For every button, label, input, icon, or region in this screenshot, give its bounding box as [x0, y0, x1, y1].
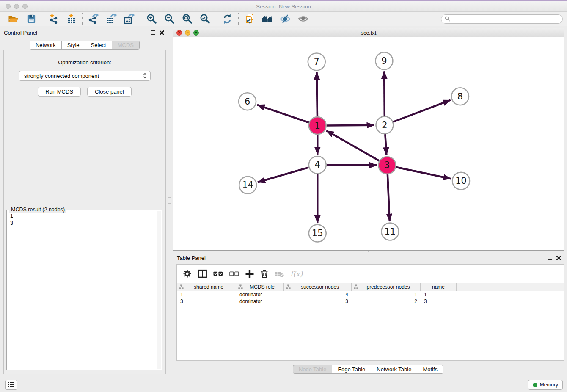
table-cell[interactable]: 2	[352, 298, 421, 304]
zoom-in-button[interactable]	[143, 13, 160, 25]
result-scrollbar[interactable]	[157, 211, 161, 369]
graph-node-15[interactable]: 15	[309, 225, 326, 242]
show-graphics-details-button[interactable]	[294, 13, 312, 25]
table-cell[interactable]: 3	[284, 298, 352, 304]
tab-network-table[interactable]: Network Table	[371, 365, 417, 374]
search-input[interactable]	[452, 16, 559, 22]
graph-node-7[interactable]: 7	[308, 53, 325, 70]
zoom-selected-button[interactable]	[196, 13, 214, 25]
graph-node-11[interactable]: 11	[381, 223, 399, 240]
vertical-splitter-grip[interactable]	[168, 197, 171, 204]
zoom-selected-icon	[200, 14, 210, 24]
column-header-name[interactable]: name	[421, 283, 457, 291]
task-history-button[interactable]	[5, 380, 17, 390]
zoom-fit-button[interactable]	[178, 13, 196, 25]
network-window-titlebar[interactable]: ✕ − + scc.txt	[173, 28, 564, 37]
hide-graphics-details-button[interactable]	[276, 13, 294, 25]
graph-node-4[interactable]: 4	[309, 156, 326, 174]
graph-node-10[interactable]: 10	[452, 172, 470, 190]
tab-node-table[interactable]: Node Table	[293, 365, 333, 374]
clone-network-button[interactable]	[241, 13, 259, 25]
minimize-window-button[interactable]	[14, 4, 19, 9]
table-panel-tabs: Node TableEdge TableNetwork TableMotifs	[169, 365, 567, 374]
graph-edge-4-14[interactable]	[258, 167, 309, 182]
save-session-button[interactable]	[22, 13, 40, 25]
tab-edge-table[interactable]: Edge Table	[332, 365, 371, 374]
svg-text:2: 2	[382, 120, 387, 130]
network-close-icon[interactable]: ✕	[176, 30, 182, 36]
tab-mcds[interactable]: MCDS	[112, 41, 140, 50]
column-header-MCDS-role[interactable]: MCDS role	[236, 283, 284, 291]
float-table-panel-icon[interactable]	[548, 256, 552, 260]
export-image-button[interactable]	[120, 13, 138, 25]
tab-select[interactable]: Select	[85, 41, 112, 50]
table-cell[interactable]: 3	[421, 298, 457, 304]
graph-edge-1-2[interactable]	[327, 125, 374, 126]
graph-edge-3-10[interactable]	[396, 167, 451, 179]
open-session-button[interactable]	[4, 13, 22, 25]
maximize-window-button[interactable]	[22, 4, 28, 9]
delete-columns-trash-icon[interactable]	[260, 269, 269, 278]
graph-node-8[interactable]: 8	[451, 88, 469, 105]
graph-node-1[interactable]: 1	[309, 117, 326, 134]
network-canvas[interactable]: 7968124314101511	[173, 37, 564, 251]
graph-edge-2-9[interactable]	[384, 71, 385, 116]
memory-label: Memory	[540, 382, 558, 388]
select-all-columns-icon[interactable]	[213, 270, 223, 278]
column-settings-gear-icon[interactable]	[183, 269, 192, 278]
graph-edge-3-11[interactable]	[388, 174, 390, 221]
tab-network[interactable]: Network	[30, 41, 62, 50]
graph-node-14[interactable]: 14	[239, 177, 256, 194]
graph-edge-2-3[interactable]	[385, 134, 386, 155]
run-mcds-button[interactable]: Run MCDS	[38, 87, 81, 97]
float-panel-icon[interactable]	[151, 30, 155, 35]
column-header-successor-nodes[interactable]: successor nodes	[284, 283, 352, 291]
mcds-result-lines[interactable]: 1 3	[7, 210, 162, 229]
close-window-button[interactable]	[6, 4, 11, 9]
graph-node-9[interactable]: 9	[375, 52, 393, 69]
table-cell[interactable]: dominator	[236, 292, 284, 298]
column-header-shared-name[interactable]: shared name	[177, 283, 236, 291]
graph-node-6[interactable]: 6	[239, 93, 256, 110]
table-row[interactable]: 1dominator411	[177, 291, 564, 298]
graph-edge-3-1[interactable]	[327, 131, 380, 161]
table-cell[interactable]: 4	[284, 292, 352, 298]
network-minimize-icon[interactable]: −	[185, 30, 190, 36]
first-neighbors-button[interactable]	[259, 13, 276, 25]
table-cell[interactable]: 1	[352, 292, 421, 298]
apply-preferred-layout-button[interactable]	[218, 13, 236, 25]
column-header-predecessor-nodes[interactable]: predecessor nodes	[352, 283, 421, 291]
table-row[interactable]: 3dominator323	[177, 298, 564, 305]
tab-motifs[interactable]: Motifs	[417, 365, 443, 374]
graph-edge-1-6[interactable]	[257, 105, 309, 123]
criterion-dropdown[interactable]: strongly connected component	[19, 71, 151, 81]
svg-text:15: 15	[312, 228, 323, 238]
table-cell[interactable]: dominator	[236, 298, 284, 304]
close-table-panel-icon[interactable]	[556, 256, 561, 260]
import-network-button[interactable]	[44, 13, 62, 25]
table-cell[interactable]: 1	[421, 292, 457, 298]
import-table-button[interactable]	[62, 13, 80, 25]
close-panel-icon[interactable]	[160, 30, 164, 35]
graph-edge-4-3[interactable]	[327, 165, 377, 165]
delete-table-icon[interactable]	[275, 270, 284, 278]
mcds-result-group: MCDS result (2 nodes) 1 3	[6, 210, 162, 370]
export-network-button[interactable]	[85, 13, 102, 25]
memory-button[interactable]: Memory	[528, 380, 563, 390]
unselect-all-columns-icon[interactable]	[229, 270, 239, 278]
table-cell[interactable]: 3	[177, 298, 236, 304]
network-maximize-icon[interactable]: +	[193, 30, 199, 36]
table-cell[interactable]: 1	[177, 292, 236, 298]
tab-style[interactable]: Style	[61, 41, 85, 50]
create-column-plus-icon[interactable]	[245, 270, 254, 278]
graph-node-2[interactable]: 2	[376, 116, 393, 134]
graph-node-3[interactable]: 3	[378, 157, 396, 174]
export-image-icon	[123, 13, 135, 25]
split-view-icon[interactable]	[198, 269, 207, 278]
search-field[interactable]	[441, 14, 563, 24]
graph-edge-1-7[interactable]	[317, 72, 317, 116]
graph-edge-2-8[interactable]	[393, 100, 451, 122]
close-panel-button[interactable]: Close panel	[87, 87, 132, 97]
zoom-out-button[interactable]	[160, 13, 178, 25]
export-table-button[interactable]	[102, 13, 120, 25]
